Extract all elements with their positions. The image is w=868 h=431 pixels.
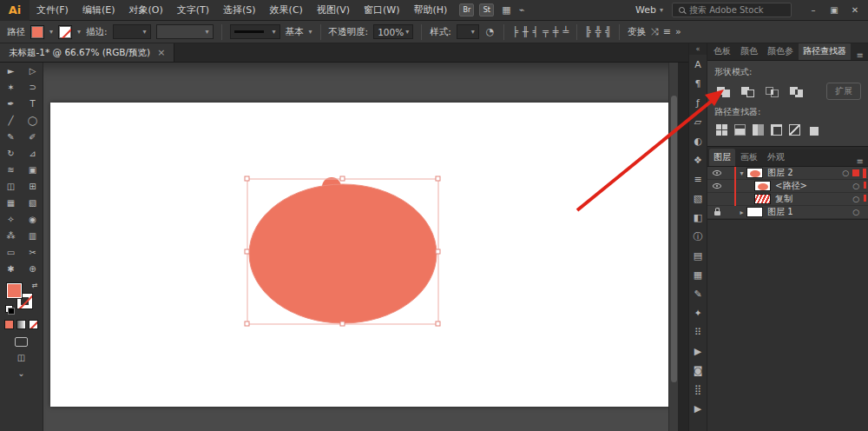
layer-thumbnail[interactable] xyxy=(754,194,771,204)
shape-builder-tool[interactable]: ◫ xyxy=(0,178,22,195)
blend-tool[interactable]: ◉ xyxy=(22,211,43,228)
selection-handle[interactable] xyxy=(245,176,249,181)
magic-wand-tool[interactable]: ✶ xyxy=(0,79,22,96)
appearance-panel-icon[interactable]: ◐ xyxy=(688,131,707,150)
info-panel-icon[interactable]: ⓘ xyxy=(688,227,707,246)
vertical-scrollbar[interactable] xyxy=(668,63,678,431)
rotate-tool[interactable]: ↻ xyxy=(0,145,22,162)
gpu-performance-icon[interactable]: ⌁ xyxy=(519,4,525,16)
brushes-panel-icon[interactable]: ✎ xyxy=(688,284,707,303)
expand-button[interactable]: 扩展 xyxy=(826,83,861,100)
layer-row-layer1[interactable]: ▸ 图层 1 ○ xyxy=(707,206,868,219)
collapse-dock-icon[interactable]: « xyxy=(689,43,707,55)
eyedropper-tool[interactable]: ✧ xyxy=(0,211,22,228)
align-center-icon[interactable]: ╫ xyxy=(523,26,529,37)
expand-arrow-icon[interactable]: ▾ xyxy=(737,169,746,177)
artboard-tool[interactable]: ▭ xyxy=(0,244,22,261)
perspective-grid-tool[interactable]: ⊞ xyxy=(22,178,43,195)
ellipse-shape[interactable] xyxy=(249,184,437,323)
tab-color-guide[interactable]: 颜色参 xyxy=(763,43,798,60)
minimize-button[interactable]: – xyxy=(804,3,823,18)
workspace-switcher[interactable]: Web ▾ xyxy=(635,4,663,16)
trim-icon[interactable] xyxy=(734,124,746,136)
zoom-tool[interactable]: ⊕ xyxy=(22,261,43,277)
visibility-toggle[interactable] xyxy=(711,183,723,189)
layer-row-path[interactable]: <路径> ○ xyxy=(707,180,868,193)
selection-handle[interactable] xyxy=(245,249,249,254)
selection-handle[interactable] xyxy=(340,176,345,181)
stock-badge[interactable]: St xyxy=(479,3,494,17)
menu-item[interactable]: 视图(V) xyxy=(310,3,357,17)
chevron-down-icon[interactable]: ▾ xyxy=(49,28,53,36)
pen-tool[interactable]: ✒ xyxy=(0,96,22,112)
symbols-panel-icon[interactable]: ✦ xyxy=(688,303,707,322)
visibility-toggle[interactable] xyxy=(711,209,723,216)
none-button[interactable] xyxy=(29,320,38,329)
distribute-center-icon[interactable]: ╬ xyxy=(595,26,602,37)
tab-swatches[interactable]: 色板 xyxy=(709,43,735,60)
layer-name[interactable]: 图层 1 xyxy=(767,206,793,218)
libraries-panel-icon[interactable]: ◙ xyxy=(688,361,707,380)
outline-icon[interactable] xyxy=(789,124,800,136)
default-fill-stroke-icon[interactable] xyxy=(5,305,13,313)
layer-name[interactable]: <路径> xyxy=(775,180,807,192)
fill-swatch[interactable] xyxy=(6,282,23,299)
selection-handle[interactable] xyxy=(245,322,249,326)
panel-options-icon[interactable]: ≡ xyxy=(663,26,671,37)
selection-handle[interactable] xyxy=(436,176,440,181)
character-panel-icon[interactable]: A xyxy=(688,55,707,74)
target-circle-icon[interactable]: ○ xyxy=(852,208,859,216)
shuffle-icon[interactable]: ⤨ xyxy=(651,26,659,37)
document-setup-icon[interactable]: ◔ xyxy=(484,26,496,37)
panel-menu-icon[interactable]: ≡ xyxy=(852,50,868,60)
tab-layers[interactable]: 图层 xyxy=(709,149,735,166)
actions-panel-icon[interactable]: ▶ xyxy=(688,341,707,361)
visibility-toggle[interactable] xyxy=(711,170,723,176)
width-tool[interactable]: ≋ xyxy=(0,162,22,178)
tab-color[interactable]: 颜色 xyxy=(736,43,762,60)
layer-name[interactable]: 复制 xyxy=(775,193,792,205)
color-button[interactable] xyxy=(4,320,14,329)
width-profile-dropdown[interactable]: ▾ xyxy=(156,24,214,39)
selection-handle[interactable] xyxy=(436,249,440,254)
close-button[interactable]: ✕ xyxy=(845,3,865,18)
chevron-down-icon[interactable]: ▾ xyxy=(309,28,312,36)
align-middle-icon[interactable]: ╪ xyxy=(553,26,559,37)
crop-icon[interactable] xyxy=(771,124,782,136)
document-tab[interactable]: 未标题-1* @ 66.67% (RGB/预览) × xyxy=(0,43,174,62)
slice-tool[interactable]: ✂ xyxy=(22,244,43,261)
layer-name[interactable]: 图层 2 xyxy=(767,167,793,179)
minus-back-icon[interactable] xyxy=(807,124,819,136)
links-panel-icon[interactable]: ⠿ xyxy=(688,322,707,341)
ellipse-tool[interactable]: ◯ xyxy=(22,112,43,129)
exclude-icon[interactable] xyxy=(787,84,808,99)
restore-button[interactable]: ▣ xyxy=(825,3,844,18)
stroke-color-swatch[interactable] xyxy=(58,25,72,39)
layer-thumbnail[interactable] xyxy=(746,207,763,217)
selection-handle[interactable] xyxy=(340,322,345,326)
selection-handle[interactable] xyxy=(436,322,440,326)
gradient-panel-icon[interactable]: ▧ xyxy=(688,189,707,208)
graphic-styles-panel-icon[interactable]: ❖ xyxy=(688,150,707,169)
type-tool[interactable]: T xyxy=(22,96,43,112)
symbol-sprayer-tool[interactable]: ⁂ xyxy=(0,228,22,244)
layer-row-copy[interactable]: 复制 ○ xyxy=(707,193,868,206)
paragraph-panel-icon[interactable]: ¶ xyxy=(688,74,707,93)
screen-mode-button[interactable]: ◫ xyxy=(17,353,25,362)
history-panel-icon[interactable]: ▶ xyxy=(688,399,707,418)
close-icon[interactable]: × xyxy=(157,47,165,58)
divide-icon[interactable] xyxy=(716,124,727,136)
panel-menu-icon[interactable]: ≡ xyxy=(852,156,868,166)
free-transform-tool[interactable]: ▣ xyxy=(22,162,43,178)
asset-export-panel-icon[interactable]: ⣿ xyxy=(688,380,707,399)
align-left-icon[interactable]: ╞ xyxy=(512,26,518,37)
glyphs-panel-icon[interactable]: ƒ xyxy=(688,93,707,112)
canvas[interactable] xyxy=(43,63,678,431)
align-top-icon[interactable]: ╤ xyxy=(542,26,549,37)
target-circle-icon[interactable]: ○ xyxy=(852,195,859,203)
line-segment-tool[interactable]: ╱ xyxy=(0,112,22,129)
scale-tool[interactable]: ⊿ xyxy=(22,145,43,162)
menu-item[interactable]: 窗口(W) xyxy=(357,3,406,17)
expand-arrow-icon[interactable]: ▸ xyxy=(737,209,746,216)
paintbrush-tool[interactable]: ✎ xyxy=(0,129,22,145)
